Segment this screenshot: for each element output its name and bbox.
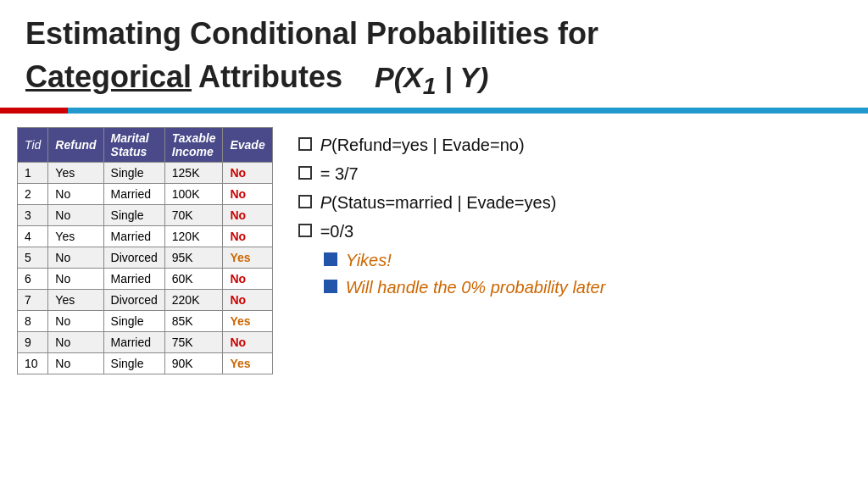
cell-refund: No — [48, 268, 103, 289]
cell-marital: Married — [103, 183, 164, 204]
bullet-2: = 3/7 — [298, 163, 851, 185]
cell-tid: 1 — [18, 162, 48, 183]
sub-bullets: Yikes! Will handle the 0% probability la… — [324, 249, 851, 300]
cell-evade: No — [223, 162, 272, 183]
cell-marital: Married — [103, 225, 164, 247]
checkbox-icon-4 — [298, 224, 312, 237]
cell-income: 85K — [164, 310, 223, 331]
cell-income: 120K — [164, 225, 223, 247]
bullet-3: P(Status=married | Evade=yes) — [298, 191, 851, 214]
bullet-text-5: Yikes! — [346, 249, 392, 271]
title-categorical: Categorical — [25, 58, 192, 95]
col-evade: Evade — [223, 127, 272, 162]
cell-evade: No — [223, 204, 272, 225]
cell-evade: No — [223, 225, 272, 247]
cell-income: 220K — [164, 289, 223, 310]
cell-marital: Married — [103, 268, 164, 289]
col-marital: MaritalStatus — [103, 127, 164, 162]
cell-marital: Single — [103, 352, 164, 374]
cell-tid: 7 — [18, 289, 48, 310]
col-refund: Refund — [48, 127, 103, 162]
table-row: 8 No Single 85K Yes — [18, 310, 273, 331]
table-row: 3 No Single 70K No — [18, 204, 273, 225]
bullet-5: Yikes! — [324, 249, 851, 271]
cell-income: 75K — [164, 331, 223, 352]
title-line1: Estimating Conditional Probabilities for — [25, 15, 843, 52]
table-row: 2 No Married 100K No — [18, 183, 273, 204]
cell-refund: No — [48, 204, 103, 225]
cell-evade: Yes — [223, 310, 272, 331]
cell-income: 60K — [164, 268, 223, 289]
bullet-text-1: P(Refund=yes | Evade=no) — [320, 134, 525, 156]
cell-tid: 3 — [18, 204, 48, 225]
checkbox-icon-2 — [298, 166, 312, 180]
cell-refund: No — [48, 331, 103, 352]
accent-bar — [0, 108, 868, 114]
cell-refund: No — [48, 247, 103, 268]
cell-tid: 6 — [18, 268, 48, 289]
bullet-text-2: = 3/7 — [320, 163, 359, 185]
cell-income: 95K — [164, 247, 223, 268]
cell-income: 125K — [164, 162, 223, 183]
cell-evade: No — [223, 183, 272, 204]
title-attributes: Attributes — [198, 58, 342, 95]
table-section: Tid Refund MaritalStatus TaxableIncome E… — [17, 127, 273, 480]
cell-evade: No — [223, 268, 272, 289]
cell-tid: 2 — [18, 183, 48, 204]
blue-box-icon-1 — [324, 252, 337, 266]
bullet-text-6: Will handle the 0% probability later — [346, 276, 606, 298]
cell-marital: Married — [103, 331, 164, 352]
bullet-text-4: =0/3 — [320, 220, 353, 242]
cell-refund: Yes — [48, 162, 103, 183]
cell-tid: 8 — [18, 310, 48, 331]
cell-tid: 9 — [18, 331, 48, 352]
checkbox-icon-1 — [298, 137, 312, 151]
table-row: 7 Yes Divorced 220K No — [18, 289, 273, 310]
cell-income: 100K — [164, 183, 223, 204]
cell-evade: Yes — [223, 352, 272, 374]
cell-marital: Single — [103, 162, 164, 183]
bullets-section: P(Refund=yes | Evade=no) = 3/7 P(Status=… — [298, 127, 851, 480]
cell-tid: 10 — [18, 352, 48, 374]
table-row: 10 No Single 90K Yes — [18, 352, 273, 374]
cell-refund: No — [48, 183, 103, 204]
data-table: Tid Refund MaritalStatus TaxableIncome E… — [17, 127, 273, 374]
cell-evade: No — [223, 331, 272, 352]
slide: Estimating Conditional Probabilities for… — [0, 0, 868, 488]
cell-refund: Yes — [48, 225, 103, 247]
cell-refund: No — [48, 352, 103, 374]
bullet-text-3: P(Status=married | Evade=yes) — [320, 191, 557, 214]
cell-refund: Yes — [48, 289, 103, 310]
bullet-6: Will handle the 0% probability later — [324, 276, 851, 298]
table-row: 5 No Divorced 95K Yes — [18, 247, 273, 268]
cell-tid: 4 — [18, 225, 48, 247]
cell-evade: Yes — [223, 247, 272, 268]
cell-marital: Single — [103, 310, 164, 331]
checkbox-icon-3 — [298, 195, 312, 208]
col-tid: Tid — [18, 127, 48, 162]
table-row: 9 No Married 75K No — [18, 331, 273, 352]
table-row: 6 No Married 60K No — [18, 268, 273, 289]
title-formula: P(X1 | Y) — [375, 60, 488, 101]
cell-marital: Single — [103, 204, 164, 225]
cell-tid: 5 — [18, 247, 48, 268]
cell-income: 90K — [164, 352, 223, 374]
cell-evade: No — [223, 289, 272, 310]
cell-income: 70K — [164, 204, 223, 225]
title-area: Estimating Conditional Probabilities for… — [0, 0, 868, 108]
bullet-1: P(Refund=yes | Evade=no) — [298, 134, 851, 156]
table-row: 4 Yes Married 120K No — [18, 225, 273, 247]
blue-box-icon-2 — [324, 280, 337, 293]
bullet-4: =0/3 — [298, 220, 851, 242]
cell-marital: Divorced — [103, 247, 164, 268]
col-income: TaxableIncome — [164, 127, 223, 162]
cell-refund: No — [48, 310, 103, 331]
title-text: Estimating Conditional Probabilities for… — [25, 15, 843, 101]
cell-marital: Divorced — [103, 289, 164, 310]
table-row: 1 Yes Single 125K No — [18, 162, 273, 183]
content-area: Tid Refund MaritalStatus TaxableIncome E… — [0, 122, 868, 488]
